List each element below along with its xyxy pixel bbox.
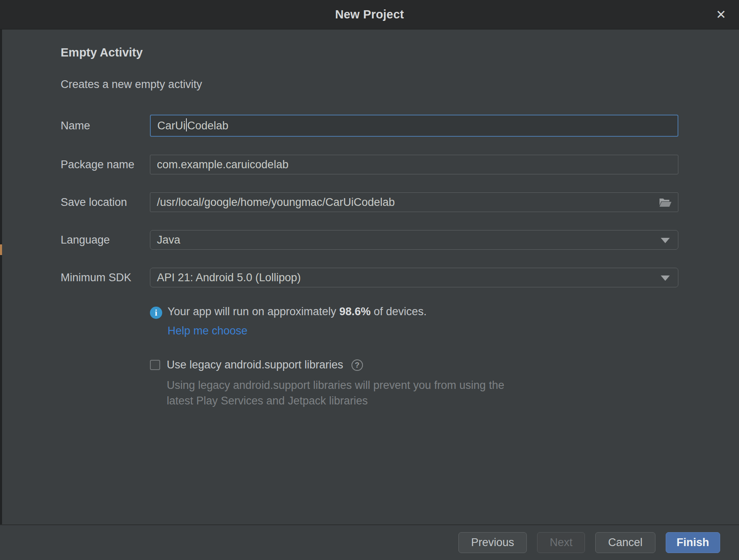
legacy-block: Use legacy android.support libraries ? U…: [150, 359, 739, 409]
open-folder-icon: [659, 196, 672, 208]
info-icon: i: [150, 307, 162, 319]
sdk-info-percentage: 98.6%: [339, 305, 371, 318]
close-icon[interactable]: ✕: [712, 6, 730, 24]
language-row: Language Java: [61, 230, 739, 250]
dialog-titlebar: New Project ✕: [0, 0, 739, 29]
name-input[interactable]: CarUiCodelab: [150, 115, 678, 137]
legacy-libraries-checkbox[interactable]: [150, 360, 160, 370]
package-name-input[interactable]: com.example.caruicodelab: [150, 155, 678, 174]
legacy-hint-text: Using legacy android.support libraries w…: [167, 378, 515, 409]
name-value-before-caret: CarUi: [157, 120, 186, 132]
sdk-info-line: i Your app will run on approximately 98.…: [150, 305, 739, 319]
minimum-sdk-row: Minimum SDK API 21: Android 5.0 (Lollipo…: [61, 268, 739, 287]
folder-browse-icon[interactable]: [658, 196, 672, 208]
previous-button[interactable]: Previous: [458, 532, 527, 553]
save-location-row: Save location /usr/local/google/home/you…: [61, 192, 739, 212]
minimum-sdk-label: Minimum SDK: [61, 271, 150, 284]
legacy-checkbox-label[interactable]: Use legacy android.support libraries: [167, 359, 343, 371]
text-caret: [186, 118, 187, 131]
package-name-label: Package name: [61, 158, 150, 171]
dialog-content: Empty Activity Creates a new empty activ…: [0, 29, 739, 524]
dialog-footer: Previous Next Cancel Finish: [0, 524, 739, 560]
minimum-sdk-dropdown[interactable]: API 21: Android 5.0 (Lollipop): [150, 268, 678, 287]
help-question-icon[interactable]: ?: [351, 359, 363, 371]
package-name-row: Package name com.example.caruicodelab: [61, 155, 739, 174]
save-location-value: /usr/local/google/home/youngmac/CarUiCod…: [157, 196, 395, 209]
language-label: Language: [61, 234, 150, 246]
legacy-checkbox-row: Use legacy android.support libraries ?: [150, 359, 739, 371]
name-value-after-caret: Codelab: [187, 120, 229, 132]
sdk-info-block: i Your app will run on approximately 98.…: [150, 305, 739, 337]
language-dropdown[interactable]: Java: [150, 230, 678, 250]
chevron-down-icon: [661, 275, 670, 281]
finish-button[interactable]: Finish: [666, 532, 721, 553]
cancel-button[interactable]: Cancel: [595, 532, 655, 553]
page-subtitle: Creates a new empty activity: [61, 78, 739, 91]
save-location-input[interactable]: /usr/local/google/home/youngmac/CarUiCod…: [150, 192, 678, 212]
sdk-info-text: Your app will run on approximately 98.6%…: [168, 305, 426, 318]
chevron-down-icon: [661, 238, 670, 243]
page-title: Empty Activity: [61, 46, 739, 59]
next-button: Next: [537, 532, 585, 553]
sdk-info-prefix: Your app will run on approximately: [168, 305, 339, 318]
help-me-choose-link[interactable]: Help me choose: [168, 325, 247, 337]
name-label: Name: [61, 120, 150, 132]
sdk-info-suffix: of devices.: [371, 305, 427, 318]
dialog-title: New Project: [335, 8, 404, 21]
package-name-value: com.example.caruicodelab: [157, 158, 288, 171]
new-project-dialog: New Project ✕ Empty Activity Creates a n…: [0, 0, 739, 560]
save-location-label: Save location: [61, 196, 150, 209]
name-row: Name CarUiCodelab: [61, 115, 739, 137]
minimum-sdk-value: API 21: Android 5.0 (Lollipop): [157, 271, 301, 284]
language-value: Java: [157, 234, 180, 246]
